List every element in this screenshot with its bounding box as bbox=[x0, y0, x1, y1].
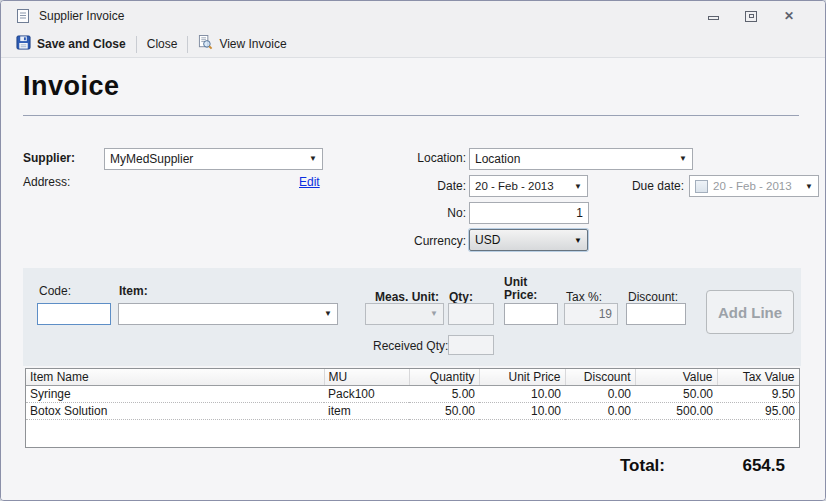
title-bar: Supplier Invoice ✕ bbox=[1, 1, 825, 31]
supplier-invoice-window: Supplier Invoice ✕ Save and Close bbox=[0, 0, 826, 501]
items-table: Item NameMUQuantityUnit PriceDiscountVal… bbox=[26, 369, 800, 420]
table-row[interactable]: Botox Solutionitem50.0010.000.00500.0095… bbox=[26, 402, 799, 419]
table-cell: 10.00 bbox=[479, 402, 565, 419]
document-icon bbox=[15, 8, 31, 24]
table-row[interactable]: SyringePack1005.0010.000.0050.009.50 bbox=[26, 385, 799, 402]
line-entry-panel: Code: Item: ▼ Meas. Unit: ▼ Qty: Unit Pr… bbox=[23, 268, 801, 366]
no-label: No: bbox=[361, 206, 466, 220]
toolbar: Save and Close Close View Invoice bbox=[1, 31, 825, 58]
table-cell: item bbox=[324, 402, 409, 419]
code-input[interactable] bbox=[37, 303, 111, 325]
heading-divider bbox=[23, 115, 799, 116]
preview-document-icon bbox=[198, 35, 213, 53]
item-label: Item: bbox=[119, 284, 148, 298]
chevron-down-icon: ▼ bbox=[309, 155, 317, 163]
code-label: Code: bbox=[39, 284, 71, 298]
qty-label: Qty: bbox=[449, 290, 473, 304]
toolbar-separator bbox=[136, 36, 137, 53]
date-picker[interactable]: 20 - Feb - 2013 ▼ bbox=[469, 175, 588, 197]
unit-price-input[interactable] bbox=[504, 303, 558, 325]
toolbar-separator bbox=[187, 36, 188, 53]
total-label: Total: bbox=[620, 456, 665, 476]
table-cell: 10.00 bbox=[479, 385, 565, 402]
date-label: Date: bbox=[361, 179, 466, 193]
chevron-down-icon: ▼ bbox=[324, 310, 332, 318]
date-value: 20 - Feb - 2013 bbox=[475, 180, 554, 192]
location-value: Location bbox=[475, 152, 520, 166]
supplier-combobox[interactable]: MyMedSupplier ▼ bbox=[104, 148, 323, 170]
table-cell: 50.00 bbox=[635, 385, 717, 402]
table-cell: 0.00 bbox=[565, 402, 635, 419]
chevron-down-icon: ▼ bbox=[430, 310, 438, 318]
chevron-down-icon: ▼ bbox=[574, 182, 582, 191]
view-invoice-label: View Invoice bbox=[219, 37, 286, 51]
column-header[interactable]: Discount bbox=[565, 369, 635, 385]
meas-unit-label: Meas. Unit: bbox=[375, 290, 439, 304]
table-cell: 9.50 bbox=[717, 385, 799, 402]
close-button[interactable]: ✕ bbox=[781, 9, 797, 23]
location-label: Location: bbox=[361, 151, 466, 165]
close-toolbar-button[interactable]: Close bbox=[140, 34, 185, 54]
table-cell: 50.00 bbox=[409, 402, 479, 419]
received-qty-label: Received Qty: bbox=[373, 339, 448, 353]
table-cell: Pack100 bbox=[324, 385, 409, 402]
discount-label: Discount: bbox=[628, 290, 678, 304]
save-and-close-button[interactable]: Save and Close bbox=[9, 32, 133, 56]
due-date-checkbox[interactable] bbox=[695, 180, 708, 193]
table-cell: 500.00 bbox=[635, 402, 717, 419]
currency-value: USD bbox=[475, 233, 500, 247]
invoice-number-input[interactable]: 1 bbox=[469, 202, 589, 224]
tax-value: 19 bbox=[599, 307, 612, 321]
chevron-down-icon: ▼ bbox=[679, 155, 687, 163]
chevron-down-icon: ▼ bbox=[574, 236, 582, 245]
maximize-button[interactable] bbox=[743, 9, 759, 23]
item-combobox[interactable]: ▼ bbox=[118, 303, 338, 325]
table-cell: Botox Solution bbox=[26, 402, 324, 419]
column-header[interactable]: Item Name bbox=[26, 369, 324, 385]
save-icon bbox=[16, 35, 31, 53]
supplier-label: Supplier: bbox=[23, 151, 75, 165]
address-label: Address: bbox=[23, 175, 70, 189]
currency-combobox[interactable]: USD ▼ bbox=[469, 229, 588, 251]
table-cell: Syringe bbox=[26, 385, 324, 402]
unit-price-label: Unit Price: bbox=[504, 276, 546, 302]
items-table-container: Item NameMUQuantityUnit PriceDiscountVal… bbox=[25, 368, 800, 448]
view-invoice-button[interactable]: View Invoice bbox=[191, 32, 293, 56]
tax-input[interactable]: 19 bbox=[564, 303, 618, 325]
received-qty-input[interactable] bbox=[448, 335, 494, 355]
minimize-button[interactable] bbox=[705, 9, 721, 23]
chevron-down-icon: ▼ bbox=[805, 182, 813, 191]
column-header[interactable]: Unit Price bbox=[479, 369, 565, 385]
due-date-picker[interactable]: 20 - Feb - 2013 ▼ bbox=[689, 175, 819, 197]
table-header-row: Item NameMUQuantityUnit PriceDiscountVal… bbox=[26, 369, 799, 385]
total-value: 654.5 bbox=[742, 456, 785, 476]
column-header[interactable]: Quantity bbox=[409, 369, 479, 385]
window-controls: ✕ bbox=[705, 9, 815, 23]
column-header[interactable]: MU bbox=[324, 369, 409, 385]
currency-label: Currency: bbox=[361, 234, 466, 248]
close-icon: ✕ bbox=[784, 10, 794, 22]
minimize-icon bbox=[708, 16, 719, 20]
tax-label: Tax %: bbox=[566, 290, 602, 304]
page-title: Invoice bbox=[23, 71, 120, 102]
supplier-value: MyMedSupplier bbox=[110, 152, 193, 166]
table-cell: 0.00 bbox=[565, 385, 635, 402]
due-date-label: Due date: bbox=[591, 179, 684, 193]
meas-unit-combobox[interactable]: ▼ bbox=[365, 303, 444, 325]
window-title: Supplier Invoice bbox=[39, 9, 124, 23]
add-line-button[interactable]: Add Line bbox=[706, 290, 794, 334]
discount-input[interactable] bbox=[626, 303, 686, 325]
column-header[interactable]: Tax Value bbox=[717, 369, 799, 385]
invoice-form: Invoice Supplier: MyMedSupplier ▼ Addres… bbox=[1, 58, 825, 500]
close-label: Close bbox=[147, 37, 178, 51]
qty-input[interactable] bbox=[448, 303, 494, 325]
invoice-number-value: 1 bbox=[576, 206, 583, 220]
column-header[interactable]: Value bbox=[635, 369, 717, 385]
table-cell: 95.00 bbox=[717, 402, 799, 419]
table-cell: 5.00 bbox=[409, 385, 479, 402]
maximize-icon bbox=[745, 11, 757, 22]
due-date-value: 20 - Feb - 2013 bbox=[713, 180, 792, 192]
address-edit-link[interactable]: Edit bbox=[299, 175, 320, 189]
location-combobox[interactable]: Location ▼ bbox=[469, 148, 693, 170]
save-and-close-label: Save and Close bbox=[37, 37, 126, 51]
